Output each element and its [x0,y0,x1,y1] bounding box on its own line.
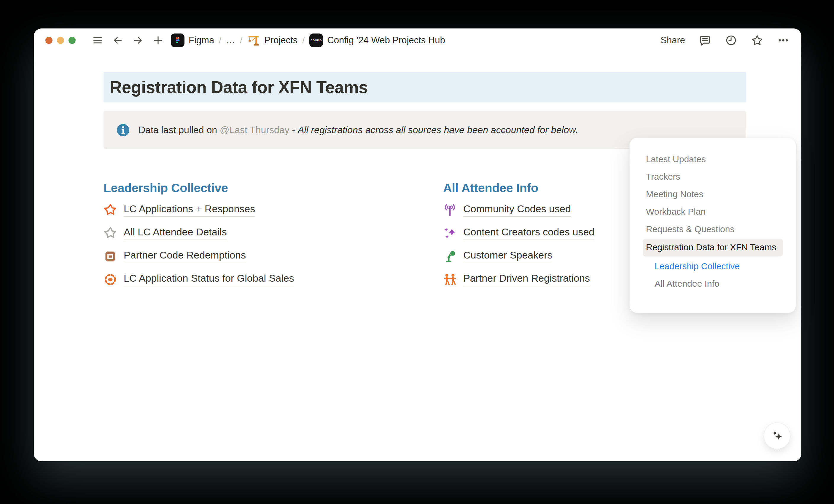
page-link-row[interactable]: All LC Attendee Details [104,222,443,245]
purple-sparkles-icon [443,227,457,240]
green-microphone-icon [443,250,457,263]
ellipsis-icon [777,35,789,46]
zoom-window-button[interactable] [68,37,75,44]
clock-icon [725,35,737,46]
sidebar-menu-button[interactable] [92,35,103,46]
toc-item-workback-plan[interactable]: Workback Plan [646,203,784,220]
forward-button[interactable] [132,35,144,46]
favorite-button[interactable] [751,34,763,47]
toc-item-registration-data-active[interactable]: Registration Data for XFN Teams [643,239,783,256]
orange-dotted-circle-icon [104,273,117,287]
callout-separator: - [289,124,298,135]
hamburger-icon [92,35,103,46]
callout-date-mention[interactable]: @Last Thursday [220,124,289,135]
page-link[interactable]: Partner Driven Registrations [463,273,590,287]
orange-people-icon [443,273,457,287]
toc-item-meeting-notes[interactable]: Meeting Notes [646,185,784,203]
page-link[interactable]: LC Application Status for Global Sales [124,273,294,287]
page-title-highlight: Registration Data for XFN Teams [104,72,746,102]
breadcrumb-separator: / [239,36,243,45]
section-leadership-collective: Leadership Collective LC Applications + … [104,181,443,291]
back-button[interactable] [112,35,124,46]
share-button[interactable]: Share [660,35,685,46]
traffic-lights [45,37,75,44]
app-window: Figma / … / Projects / CONFIG Config ’24… [34,28,802,461]
brown-frame-icon [104,250,117,263]
star-icon [751,34,763,47]
config-badge-icon: CONFIG [309,33,323,47]
page-title: Registration Data for XFN Teams [110,77,368,97]
toc-item-requests-questions[interactable]: Requests & Questions [646,220,784,238]
breadcrumb-separator: / [218,36,222,45]
more-options-button[interactable] [777,34,790,47]
history-button[interactable] [725,34,737,47]
purple-antenna-icon [443,203,457,217]
crane-icon [247,34,260,47]
config-badge-text: CONFIG [310,39,322,42]
comment-icon [699,34,711,47]
breadcrumb-collapsed[interactable]: … [226,35,235,46]
arrow-right-icon [133,35,143,46]
breadcrumb: Figma / … / Projects / CONFIG Config ’24… [171,33,445,47]
window-toolbar: Figma / … / Projects / CONFIG Config ’24… [34,32,802,49]
figma-logo-icon [171,33,184,47]
page-link[interactable]: Customer Speakers [463,250,552,263]
new-tab-button[interactable] [152,35,164,46]
page-link-row[interactable]: Partner Code Redemptions [104,245,443,268]
table-of-contents-panel: Latest Updates Trackers Meeting Notes Wo… [629,138,796,313]
page-link[interactable]: All LC Attendee Details [124,227,227,240]
close-window-button[interactable] [45,37,52,44]
toc-subitem-leadership-collective[interactable]: Leadership Collective [655,257,784,275]
page-link[interactable]: Content Creators codes used [463,227,594,240]
ai-assistant-button[interactable] [764,422,790,449]
page-link-row[interactable]: LC Application Status for Global Sales [104,268,443,291]
toc-subitem-all-attendee-info[interactable]: All Attendee Info [655,275,784,292]
arrow-left-icon [112,35,123,46]
gray-star-icon [104,227,117,240]
page-link[interactable]: LC Applications + Responses [124,203,255,217]
orange-star-icon [104,203,117,217]
page-link-row[interactable]: LC Applications + Responses [104,199,443,222]
breadcrumb-separator: / [302,36,305,45]
callout-text: Data last pulled on [138,124,220,135]
minimize-window-button[interactable] [57,37,64,44]
page-link[interactable]: Community Codes used [463,203,571,217]
sparkles-icon [770,429,784,443]
plus-icon [153,35,163,46]
callout-note: All registrations across all sources hav… [298,124,578,135]
comments-button[interactable] [699,34,711,47]
info-icon [116,123,131,138]
breadcrumb-app[interactable]: Figma [189,35,214,46]
breadcrumb-page-title[interactable]: Config ’24 Web Projects Hub [327,35,445,46]
page-link[interactable]: Partner Code Redemptions [124,250,246,263]
toc-item-latest-updates[interactable]: Latest Updates [646,150,784,168]
toc-item-trackers[interactable]: Trackers [646,168,784,185]
breadcrumb-projects[interactable]: Projects [264,35,298,46]
section-heading: Leadership Collective [104,181,443,195]
